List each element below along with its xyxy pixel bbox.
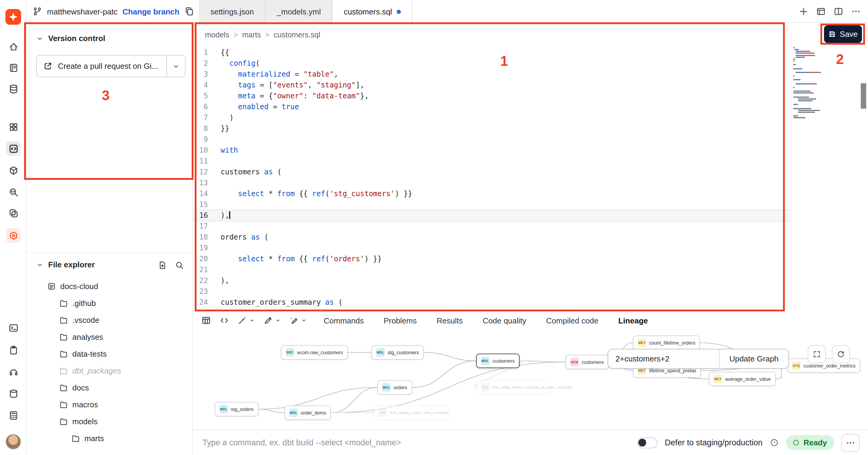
panel-layout-icon[interactable] <box>816 7 826 16</box>
code-line[interactable]: 1{{ <box>193 47 791 58</box>
terminal-icon[interactable] <box>6 320 21 335</box>
change-branch-link[interactable]: Change branch <box>122 7 179 16</box>
code-line[interactable]: 19 <box>193 243 791 253</box>
fullscreen-button[interactable] <box>808 345 826 363</box>
database-icon[interactable] <box>6 82 21 96</box>
results-table-button[interactable] <box>201 316 211 325</box>
file-item-docs[interactable]: docs <box>27 379 192 396</box>
file-item--vscode[interactable]: .vscode <box>27 311 192 328</box>
code-search-icon[interactable] <box>6 184 21 199</box>
tab-results[interactable]: Results <box>437 316 463 325</box>
lineage-canvas[interactable]: 2+customers+2 Update Graph SRCecom.raw_c… <box>193 330 868 430</box>
lint-button[interactable] <box>264 316 281 325</box>
code-line[interactable]: 7 ) <box>193 112 791 123</box>
more-menu-icon[interactable] <box>851 7 861 16</box>
code-area[interactable]: 1{{2 config(3 materialized = "table",4 t… <box>193 47 791 308</box>
update-graph-button[interactable]: Update Graph <box>719 349 788 368</box>
file-item-models[interactable]: models <box>27 413 192 430</box>
package-icon[interactable] <box>6 163 21 177</box>
code-line[interactable]: 21 <box>193 264 791 275</box>
tab-commands[interactable]: Commands <box>324 316 364 325</box>
file-explorer-toggle[interactable]: File explorer <box>36 260 95 269</box>
version-control-header[interactable]: Version control <box>36 34 105 43</box>
code-line[interactable]: 11 <box>193 156 791 167</box>
tab-code-quality[interactable]: Code quality <box>483 316 527 325</box>
code-line[interactable]: 3 materialized = "table", <box>193 69 791 80</box>
lineage-node-customers_sem[interactable]: SEMcustomers <box>565 355 609 369</box>
calculator-icon[interactable] <box>6 408 21 422</box>
help-icon[interactable]: ? <box>770 438 779 447</box>
file-item-macros[interactable]: macros <box>27 396 192 413</box>
search-files-icon[interactable] <box>175 261 184 270</box>
file-item-dbt-packages[interactable]: dbt_packages <box>27 362 192 379</box>
minimap[interactable] <box>793 47 855 119</box>
chevron-down-icon[interactable] <box>249 317 255 323</box>
copy-branch-icon[interactable] <box>184 7 194 16</box>
command-input[interactable]: Type a command, ex. dbt build --select <… <box>203 438 401 447</box>
home-icon[interactable] <box>6 39 21 54</box>
lineage-node-stg_customers[interactable]: MDLstg_customers <box>371 345 424 360</box>
code-line[interactable]: 6 enabled = true <box>193 102 791 112</box>
save-button[interactable]: Save <box>824 25 862 43</box>
code-line[interactable]: 16), <box>193 210 791 221</box>
lineage-node-stg_orders[interactable]: MDLstg_orders <box>215 402 258 416</box>
code-line[interactable]: 2 config( <box>193 58 791 69</box>
file-item-marts[interactable]: marts <box>27 430 192 447</box>
lineage-node-count_lifetime_orders[interactable]: METcount_lifetime_orders <box>633 336 700 350</box>
tab-settings-json[interactable]: settings.json <box>199 0 266 23</box>
code-line[interactable]: 10with <box>193 145 791 156</box>
lineage-node-customers_model[interactable]: MDLcustomers <box>476 353 520 368</box>
code-line[interactable]: 13 <box>193 177 791 188</box>
code-line[interactable]: 8}} <box>193 123 791 134</box>
code-line[interactable]: 5 meta = {"owner": "data-team"}, <box>193 90 791 102</box>
new-tab-icon[interactable] <box>799 7 808 16</box>
storage-icon[interactable] <box>6 386 21 401</box>
branch-name[interactable]: matthewshaver-patc <box>47 7 118 16</box>
clipboard-icon[interactable] <box>6 343 21 357</box>
code-line[interactable]: 14 select * from {{ ref('stg_customers')… <box>193 188 791 199</box>
lineage-node-test_supply_costs[interactable]: TSTtest_supply_costs_sum_correctly <box>374 405 448 420</box>
breadcrumb-item[interactable]: marts <box>242 31 261 39</box>
code-line[interactable]: 12customers as ( <box>193 167 791 177</box>
format-button[interactable] <box>238 316 255 325</box>
code-line[interactable]: 24customer_orders_summary as ( <box>193 297 791 308</box>
new-file-icon[interactable] <box>158 261 167 270</box>
lineage-node-orders[interactable]: MDLorders <box>377 380 412 395</box>
tab-problems[interactable]: Problems <box>384 316 417 325</box>
lineage-node-average_order_value[interactable]: METaverage_order_value <box>709 372 775 386</box>
code-line[interactable]: 20 select * from {{ ref('orders') }} <box>193 253 791 264</box>
file-item-data-tests[interactable]: data-tests <box>27 345 192 362</box>
lineage-node-order_items[interactable]: MDLorder_items <box>284 405 331 420</box>
code-line[interactable]: 23 <box>193 286 791 297</box>
avatar[interactable] <box>5 434 21 450</box>
file-item-analyses[interactable]: analyses <box>27 328 192 345</box>
file-item--github[interactable]: .github <box>27 294 192 311</box>
code-line[interactable]: 9 <box>193 134 791 145</box>
lineage-select-input[interactable]: 2+customers+2 <box>608 349 719 368</box>
chevron-down-icon[interactable] <box>275 317 281 323</box>
fix-button[interactable] <box>289 316 307 325</box>
more-actions-button[interactable] <box>841 433 860 452</box>
code-line[interactable]: 4 tags = ["events", "staging"], <box>193 80 791 90</box>
compare-icon[interactable] <box>6 206 21 220</box>
tab-lineage[interactable]: Lineage <box>618 316 648 325</box>
code-line[interactable]: 18orders as ( <box>193 232 791 243</box>
file-item-docs-cloud[interactable]: docs-cloud <box>27 278 192 294</box>
support-icon[interactable] <box>6 365 21 379</box>
dbt-cloud-icon[interactable] <box>6 228 21 243</box>
split-view-icon[interactable] <box>834 7 843 16</box>
create-pr-button[interactable]: Create a pull request on Gi... <box>36 55 186 77</box>
breadcrumb-item[interactable]: models <box>205 31 229 39</box>
code-line[interactable]: 15 <box>193 199 791 210</box>
code-line[interactable]: 22), <box>193 275 791 286</box>
dbt-logo[interactable] <box>5 9 21 25</box>
breadcrumb-item[interactable]: customers.sql <box>274 31 320 39</box>
code-line[interactable]: 17 <box>193 221 791 232</box>
editor-scrollbar[interactable] <box>861 83 866 109</box>
defer-toggle[interactable] <box>637 437 658 448</box>
editor[interactable]: models>marts>customers.sql 1{{2 config(3… <box>193 23 868 311</box>
code-view-button[interactable] <box>219 316 229 325</box>
chevron-down-icon[interactable] <box>301 317 307 323</box>
tab--models-yml[interactable]: _models.yml <box>266 0 333 23</box>
notebook-icon[interactable] <box>6 60 21 75</box>
